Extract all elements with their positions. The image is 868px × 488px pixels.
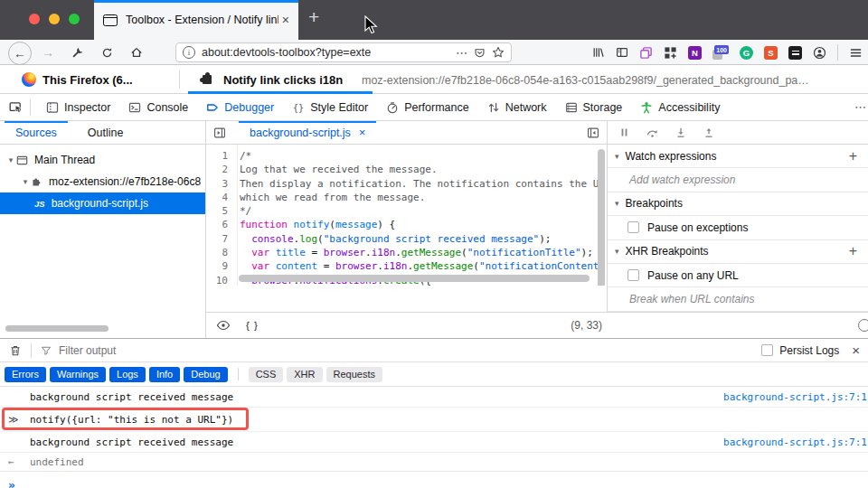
add-icon[interactable]: + bbox=[849, 243, 857, 259]
persist-logs-checkbox[interactable] bbox=[761, 344, 773, 356]
extensions-grid-icon[interactable] bbox=[664, 46, 677, 60]
account-icon[interactable] bbox=[813, 46, 826, 60]
tab-style-editor[interactable]: {}Style Editor bbox=[283, 94, 377, 120]
blackbox-eye-icon[interactable] bbox=[216, 318, 231, 333]
reload-button[interactable] bbox=[96, 42, 118, 63]
console-filter-bar: ErrorsWarningsLogsInfoDebugCSSXHRRequest… bbox=[0, 362, 868, 387]
url-bar[interactable]: i about:devtools-toolbox?type=exte ⋯ bbox=[175, 42, 512, 62]
tree-item-moz-extension-e7fb218e-06c8[interactable]: ▾moz-extension://e7fb218e-06c8 bbox=[0, 171, 205, 192]
runtime-tab[interactable]: This Firefox (6... bbox=[42, 73, 133, 87]
console-toolbar: Filter output Persist Logs × bbox=[0, 339, 868, 362]
tab-accessibility[interactable]: Accessibility bbox=[631, 94, 729, 120]
firefox-window: Toolbox - Extension / Notify link × + ← … bbox=[0, 0, 868, 488]
score-badge-icon[interactable]: 100 bbox=[712, 45, 729, 60]
filter-requests[interactable]: Requests bbox=[326, 367, 382, 382]
clear-console-icon[interactable] bbox=[9, 344, 22, 357]
onenote-icon[interactable]: N bbox=[688, 46, 702, 60]
sources-hscrollbar[interactable] bbox=[5, 325, 108, 332]
console-input-row[interactable]: » bbox=[0, 472, 868, 488]
tab-storage[interactable]: Storage bbox=[556, 94, 632, 120]
code-token bbox=[240, 233, 251, 245]
close-source-tab-icon[interactable]: × bbox=[359, 127, 366, 138]
filter-errors[interactable]: Errors bbox=[5, 367, 46, 382]
home-button[interactable] bbox=[126, 42, 147, 63]
tab-sources[interactable]: Sources bbox=[0, 121, 72, 144]
browser-tab[interactable]: Toolbox - Extension / Notify link × bbox=[94, 0, 298, 40]
filter-css[interactable]: CSS bbox=[249, 367, 284, 382]
watch-expressions-header[interactable]: ▾Watch expressions+ bbox=[608, 145, 868, 168]
collapse-sources-icon[interactable] bbox=[213, 127, 226, 139]
breakpoints-header[interactable]: ▾Breakpoints bbox=[608, 192, 868, 216]
editor-hscrollbar[interactable] bbox=[239, 275, 590, 282]
pause-icon[interactable] bbox=[618, 127, 630, 138]
console-row-log: background script received messagebackgr… bbox=[0, 387, 868, 408]
tab-performance[interactable]: Performance bbox=[377, 94, 478, 120]
tab-debugger[interactable]: Debugger bbox=[197, 94, 283, 120]
tab-label: Style Editor bbox=[310, 101, 368, 114]
expand-panes-icon[interactable] bbox=[587, 127, 599, 139]
editor-source-tab[interactable]: background-script.js × bbox=[239, 121, 376, 144]
menu-hamburger-icon[interactable] bbox=[849, 46, 863, 60]
code-token: . bbox=[377, 260, 383, 272]
code-token: "background script received message" bbox=[324, 233, 539, 245]
wrench-icon bbox=[71, 46, 84, 59]
filter-output-input[interactable]: Filter output bbox=[59, 344, 116, 357]
minimize-window-button[interactable] bbox=[49, 14, 60, 24]
forward-button[interactable]: → bbox=[37, 42, 59, 63]
info-icon[interactable]: i bbox=[183, 46, 195, 59]
checkbox-icon[interactable] bbox=[627, 221, 639, 233]
bookmark-star-icon[interactable] bbox=[492, 46, 505, 59]
toolbox-meatball-icon[interactable]: ⋯ bbox=[854, 100, 866, 114]
step-in-icon[interactable] bbox=[675, 127, 687, 139]
s-extension-icon[interactable]: S bbox=[764, 46, 778, 60]
extension-tab-title[interactable]: Notify link clicks i18n bbox=[223, 73, 343, 87]
xhr-url-contains-input[interactable]: Break when URL contains bbox=[608, 287, 868, 311]
back-button[interactable]: ← bbox=[8, 42, 32, 65]
checkbox-icon[interactable] bbox=[627, 269, 639, 281]
grammarly-icon[interactable]: G bbox=[740, 46, 753, 60]
node-picker-icon[interactable] bbox=[9, 100, 24, 115]
xhr-breakpoints-header[interactable]: ▾XHR Breakpoints+ bbox=[608, 240, 868, 264]
page-actions-icon[interactable]: ⋯ bbox=[456, 46, 467, 60]
tab-network[interactable]: Network bbox=[478, 94, 556, 120]
console-source-link[interactable]: background-script.js:7:1 bbox=[723, 436, 867, 448]
tab-outline[interactable]: Outline bbox=[72, 121, 139, 144]
persist-logs-toggle[interactable]: Persist Logs bbox=[761, 344, 839, 357]
pause-on-any-url-checkbox[interactable]: Pause on any URL bbox=[608, 264, 868, 287]
card-extension-icon[interactable] bbox=[788, 46, 802, 60]
tree-item-main-thread[interactable]: ▾Main Thread bbox=[0, 149, 205, 171]
tab-console[interactable]: Console bbox=[119, 94, 197, 120]
filter-logs[interactable]: Logs bbox=[109, 367, 146, 382]
sources-panel-tabs: SourcesOutline bbox=[0, 121, 205, 145]
sidebars-icon[interactable] bbox=[616, 46, 628, 59]
code-editor[interactable]: 123456789101112 /*Log that we received t… bbox=[206, 145, 607, 286]
footer-clock-icon[interactable] bbox=[858, 319, 868, 332]
pretty-print-icon[interactable]: { } bbox=[246, 320, 259, 331]
filter-warnings[interactable]: Warnings bbox=[50, 367, 106, 382]
filter-info[interactable]: Info bbox=[149, 367, 180, 382]
zoom-window-button[interactable] bbox=[69, 14, 80, 24]
js-icon: JS bbox=[34, 199, 45, 209]
tab-inspector[interactable]: Inspector bbox=[37, 94, 119, 120]
add-watch-expression-input[interactable]: Add watch expression bbox=[608, 168, 868, 192]
editor-vscrollbar[interactable] bbox=[598, 149, 605, 286]
add-icon[interactable]: + bbox=[849, 148, 857, 164]
step-out-icon[interactable] bbox=[703, 127, 715, 139]
new-tab-button[interactable]: + bbox=[308, 7, 319, 26]
tree-item-background-script-js[interactable]: JSbackground-script.js bbox=[0, 192, 205, 214]
editor-gutter: 123456789101112 bbox=[206, 149, 232, 286]
console-source-link[interactable]: background-script.js:7:1 bbox=[723, 391, 867, 403]
filter-debug[interactable]: Debug bbox=[184, 367, 227, 382]
pocket-icon[interactable] bbox=[474, 47, 486, 59]
library-icon[interactable] bbox=[592, 46, 605, 59]
close-window-button[interactable] bbox=[29, 14, 40, 24]
browser-toolbox-button[interactable] bbox=[67, 42, 89, 63]
close-tab-icon[interactable]: × bbox=[282, 14, 289, 26]
close-console-icon[interactable]: × bbox=[852, 343, 860, 358]
step-over-icon[interactable] bbox=[646, 126, 659, 139]
filter-xhr[interactable]: XHR bbox=[287, 367, 322, 382]
multi-account-icon[interactable] bbox=[639, 46, 653, 60]
tab-label: Performance bbox=[404, 101, 469, 114]
pause-on-exceptions-checkbox[interactable]: Pause on exceptions bbox=[608, 216, 868, 239]
caret-down-icon: ▾ bbox=[5, 155, 16, 164]
